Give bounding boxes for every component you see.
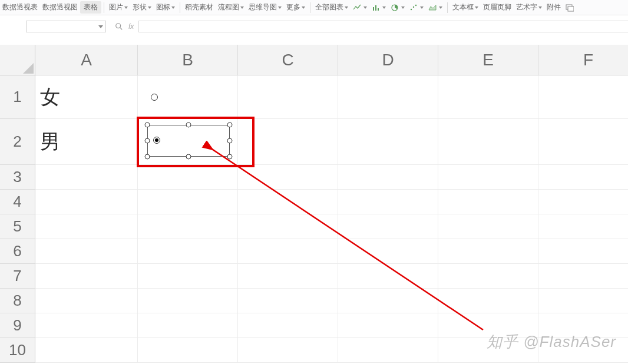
cell-F9[interactable]	[538, 313, 628, 338]
rb-wordart[interactable]: 艺术字	[514, 2, 544, 12]
chart-type-line-icon[interactable]	[351, 4, 369, 12]
col-header-F[interactable]: F	[538, 45, 628, 75]
col-header-D[interactable]: D	[338, 45, 438, 75]
cell-C6[interactable]	[238, 239, 338, 264]
cell-F10[interactable]	[538, 338, 628, 363]
zoom-icon[interactable]	[114, 22, 124, 31]
cell-C9[interactable]	[238, 313, 338, 338]
cell-C4[interactable]	[238, 190, 338, 214]
rb-icon[interactable]: 图标	[154, 2, 177, 12]
cell-E3[interactable]	[438, 165, 538, 190]
cell-F4[interactable]	[538, 190, 628, 214]
cell-A3[interactable]	[35, 165, 138, 190]
cell-D5[interactable]	[338, 214, 438, 239]
rb-mindmap[interactable]: 思维导图	[246, 2, 284, 12]
row-header-7[interactable]: 7	[0, 264, 35, 289]
cell-B9[interactable]	[138, 313, 238, 338]
cell-C8[interactable]	[238, 289, 338, 313]
cell-E7[interactable]	[438, 264, 538, 289]
row-header-3[interactable]: 3	[0, 165, 35, 190]
rb-more[interactable]: 更多	[284, 2, 308, 12]
rb-table[interactable]: 表格	[80, 1, 101, 14]
rb-pivot-chart[interactable]: 数据透视图	[40, 2, 80, 12]
cell-E5[interactable]	[438, 214, 538, 239]
cell-C3[interactable]	[238, 165, 338, 190]
rb-header-footer[interactable]: 页眉页脚	[481, 2, 514, 12]
rb-picture[interactable]: 图片	[107, 2, 130, 12]
col-header-B[interactable]: B	[138, 45, 238, 75]
cell-F8[interactable]	[538, 289, 628, 313]
cell-B10[interactable]	[138, 338, 238, 363]
cell-F1[interactable]	[538, 75, 628, 119]
cell-C10[interactable]	[238, 338, 338, 363]
rb-textbox[interactable]: 文本框	[450, 2, 481, 12]
cell-D3[interactable]	[338, 165, 438, 190]
col-header-C[interactable]: C	[238, 45, 338, 75]
rb-all-charts[interactable]: 全部图表	[313, 2, 351, 12]
cell-D10[interactable]	[338, 338, 438, 363]
cell-E2[interactable]	[438, 119, 538, 165]
chart-type-scatter-icon[interactable]	[407, 4, 426, 12]
spreadsheet-grid[interactable]: ABCDEF12345678910女男	[0, 45, 628, 364]
chart-type-pie-icon[interactable]	[388, 4, 407, 12]
cell-C1[interactable]	[238, 75, 338, 119]
col-header-A[interactable]: A	[35, 45, 138, 75]
cell-E9[interactable]	[438, 313, 538, 338]
cell-D6[interactable]	[338, 239, 438, 264]
select-all-corner[interactable]	[0, 45, 35, 75]
cell-E6[interactable]	[438, 239, 538, 264]
formula-bar[interactable]	[138, 21, 628, 32]
cell-E8[interactable]	[438, 289, 538, 313]
cell-E10[interactable]	[438, 338, 538, 363]
cell-B5[interactable]	[138, 214, 238, 239]
cell-A6[interactable]	[35, 239, 138, 264]
cell-A5[interactable]	[35, 214, 138, 239]
rb-shape[interactable]: 形状	[130, 2, 154, 12]
row-header-2[interactable]: 2	[0, 119, 35, 165]
cell-B6[interactable]	[138, 239, 238, 264]
cell-B4[interactable]	[138, 190, 238, 214]
cell-E4[interactable]	[438, 190, 538, 214]
cell-D8[interactable]	[338, 289, 438, 313]
cell-A1[interactable]: 女	[35, 75, 138, 119]
cell-C5[interactable]	[238, 214, 338, 239]
cell-A8[interactable]	[35, 289, 138, 313]
chart-type-area-icon[interactable]	[426, 4, 445, 12]
row-header-5[interactable]: 5	[0, 214, 35, 239]
cell-A2[interactable]: 男	[35, 119, 138, 165]
cell-B3[interactable]	[138, 165, 238, 190]
cell-A4[interactable]	[35, 190, 138, 214]
cell-D9[interactable]	[338, 313, 438, 338]
chart-type-bar-icon[interactable]	[369, 4, 388, 12]
row-header-10[interactable]: 10	[0, 338, 35, 363]
radio-unchecked-icon[interactable]	[151, 94, 158, 101]
namebox[interactable]	[26, 21, 106, 32]
cell-E1[interactable]	[438, 75, 538, 119]
cell-F6[interactable]	[538, 239, 628, 264]
row-header-9[interactable]: 9	[0, 313, 35, 338]
cell-D4[interactable]	[338, 190, 438, 214]
cell-F7[interactable]	[538, 264, 628, 289]
cell-A7[interactable]	[35, 264, 138, 289]
cell-B7[interactable]	[138, 264, 238, 289]
cell-D2[interactable]	[338, 119, 438, 165]
rb-dkmat[interactable]: 稻壳素材	[183, 2, 216, 12]
rb-flow[interactable]: 流程图	[216, 2, 246, 12]
cell-F3[interactable]	[538, 165, 628, 190]
cell-D7[interactable]	[338, 264, 438, 289]
cell-A9[interactable]	[35, 313, 138, 338]
rb-object-icon[interactable]	[563, 4, 577, 12]
cell-A10[interactable]	[35, 338, 138, 363]
rb-pivot-table[interactable]: 数据透视表	[0, 2, 40, 12]
cell-F5[interactable]	[538, 214, 628, 239]
cell-D1[interactable]	[338, 75, 438, 119]
cell-C7[interactable]	[238, 264, 338, 289]
row-header-8[interactable]: 8	[0, 289, 35, 313]
rb-attach[interactable]: 附件	[544, 2, 563, 12]
col-header-E[interactable]: E	[438, 45, 538, 75]
row-header-6[interactable]: 6	[0, 239, 35, 264]
row-header-4[interactable]: 4	[0, 190, 35, 214]
row-header-1[interactable]: 1	[0, 75, 35, 119]
cell-F2[interactable]	[538, 119, 628, 165]
cell-B8[interactable]	[138, 289, 238, 313]
